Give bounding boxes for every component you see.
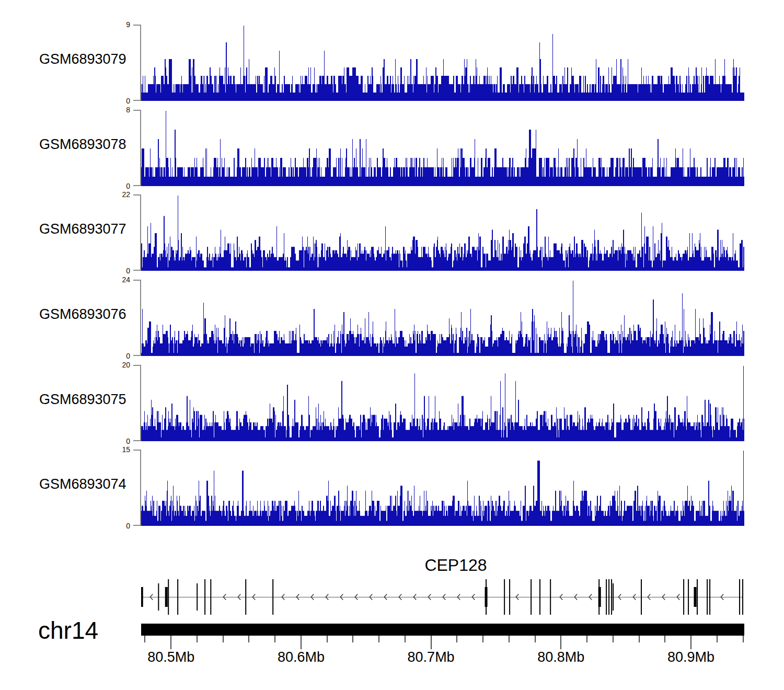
axis-minor-tick [664, 636, 665, 642]
axis-minor-tick [535, 636, 536, 642]
axis-minor-tick [482, 636, 483, 642]
coverage-track: GSM6893076 24 0 [0, 280, 784, 356]
coverage-track: GSM6893075 20 0 [0, 365, 784, 441]
y-axis-max-label: 9 [106, 20, 130, 29]
coverage-track: GSM6893074 15 0 [0, 450, 784, 526]
y-axis-bottom-tick [133, 525, 141, 526]
y-axis-min-label: 0 [106, 97, 130, 105]
axis-minor-tick [613, 636, 614, 642]
y-axis-bottom-tick [133, 270, 141, 271]
gene-name-label: CEP128 [403, 556, 508, 574]
y-axis-top-tick [133, 25, 141, 26]
axis-minor-tick [456, 636, 457, 642]
y-axis-max-label: 15 [106, 445, 130, 454]
y-axis-bottom-tick [133, 100, 141, 101]
coverage-signal-plot [141, 450, 744, 526]
y-axis-top-tick [133, 365, 141, 366]
chromosome-label: chr14 [38, 618, 98, 643]
y-axis-min-label: 0 [106, 352, 130, 360]
y-axis-top-tick [133, 450, 141, 451]
axis-minor-tick [352, 636, 353, 642]
axis-minor-tick [378, 636, 379, 642]
axis-minor-tick [405, 636, 406, 642]
gene-model-diagram [141, 577, 744, 619]
axis-major-tick [560, 636, 561, 649]
y-axis-max-label: 22 [106, 190, 130, 199]
y-axis-top-tick [133, 280, 141, 281]
y-axis-max-label: 20 [106, 361, 130, 369]
genome-browser-figure: GSM6893079 9 0 GSM6893078 8 0 GSM6893077… [0, 0, 784, 690]
y-axis-top-tick [133, 110, 141, 111]
axis-minor-tick [509, 636, 510, 642]
coverage-signal-plot [141, 365, 744, 441]
axis-tick-label: 80.6Mb [264, 650, 338, 664]
axis-tick-label: 80.9Mb [654, 650, 728, 664]
axis-minor-tick [274, 636, 275, 642]
chromosome-ideogram-bar [141, 624, 744, 636]
axis-major-tick [690, 636, 691, 649]
axis-minor-tick [639, 636, 640, 642]
axis-tick-label: 80.7Mb [395, 650, 468, 664]
axis-minor-tick [586, 636, 587, 642]
axis-major-tick [301, 636, 302, 649]
coverage-signal-plot [141, 25, 744, 101]
y-axis-bottom-tick [133, 440, 141, 441]
y-axis-min-label: 0 [106, 437, 130, 445]
axis-minor-tick [248, 636, 249, 642]
coverage-track: GSM6893077 22 0 [0, 194, 784, 271]
coverage-signal-plot [141, 110, 744, 186]
coverage-signal-plot [141, 194, 744, 271]
track-sample-label: GSM6893076 [39, 307, 126, 321]
axis-tick-label: 80.8Mb [524, 650, 597, 664]
track-sample-label: GSM6893074 [39, 477, 126, 491]
y-axis-max-label: 8 [106, 106, 130, 114]
y-axis-max-label: 24 [106, 275, 130, 284]
y-axis-min-label: 0 [106, 182, 130, 190]
axis-major-tick [431, 636, 432, 649]
y-axis-top-tick [133, 194, 141, 196]
axis-major-tick [170, 636, 171, 649]
y-axis-min-label: 0 [106, 522, 130, 530]
coverage-signal-plot [141, 280, 744, 356]
axis-minor-tick [327, 636, 328, 642]
axis-minor-tick [197, 636, 198, 642]
axis-minor-tick [223, 636, 224, 642]
y-axis-min-label: 0 [106, 267, 130, 275]
axis-minor-tick [144, 636, 145, 642]
track-sample-label: GSM6893077 [39, 222, 126, 236]
y-axis-bottom-tick [133, 355, 141, 356]
axis-minor-tick [743, 636, 744, 642]
axis-minor-tick [717, 636, 718, 642]
track-sample-label: GSM6893075 [39, 392, 126, 407]
axis-tick-label: 80.5Mb [134, 650, 207, 664]
y-axis-bottom-tick [133, 185, 141, 186]
coverage-track: GSM6893079 9 0 [0, 25, 784, 101]
coverage-track: GSM6893078 8 0 [0, 110, 784, 186]
track-sample-label: GSM6893079 [39, 52, 126, 66]
track-sample-label: GSM6893078 [39, 137, 126, 152]
